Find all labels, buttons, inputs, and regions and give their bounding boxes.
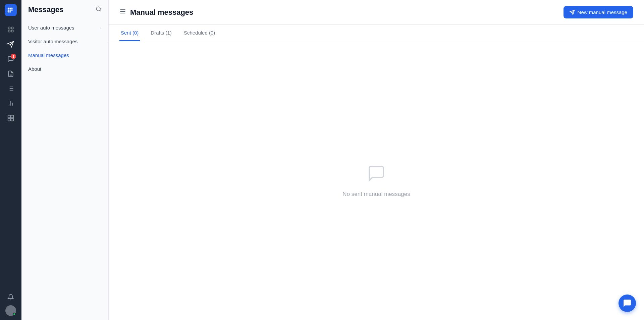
svg-rect-26 (11, 118, 14, 121)
svg-rect-10 (8, 30, 10, 32)
sidebar-item-user-auto-messages[interactable]: User auto messages › (21, 21, 108, 35)
tabs-bar: Sent (0) Drafts (1) Scheduled (0) (109, 25, 644, 41)
icon-rail: 1 (0, 0, 21, 320)
sidebar: Messages User auto messages › Visitor au… (21, 0, 109, 320)
chat-widget-button[interactable] (619, 295, 636, 312)
svg-rect-11 (11, 30, 13, 32)
inbox-nav-icon[interactable]: 1 (4, 52, 17, 66)
svg-rect-7 (9, 11, 11, 13)
main-header: Manual messages New manual message (109, 0, 644, 25)
search-icon[interactable] (96, 6, 102, 14)
svg-rect-6 (8, 11, 9, 13)
list-nav-icon[interactable] (4, 82, 17, 95)
empty-state-icon (367, 164, 386, 185)
app-logo[interactable] (5, 4, 17, 16)
svg-rect-3 (8, 9, 9, 11)
svg-point-27 (96, 7, 100, 11)
icon-rail-bottom (4, 290, 17, 316)
menu-icon[interactable] (119, 8, 126, 16)
page-title: Manual messages (130, 8, 193, 17)
sidebar-item-manual-messages[interactable]: Manual messages (21, 48, 108, 62)
main-content-area: Manual messages New manual message Sent … (109, 0, 644, 320)
svg-rect-4 (9, 9, 11, 11)
svg-rect-8 (8, 27, 10, 29)
sidebar-title: Messages (28, 5, 63, 14)
svg-rect-5 (11, 9, 13, 11)
svg-rect-1 (9, 8, 11, 9)
messages-nav-icon[interactable] (4, 38, 17, 51)
apps-nav-icon[interactable] (4, 111, 17, 125)
empty-state-text: No sent manual messages (342, 191, 410, 198)
sidebar-header: Messages (21, 5, 108, 21)
tab-drafts[interactable]: Drafts (1) (149, 25, 173, 41)
sidebar-navigation: User auto messages › Visitor auto messag… (21, 21, 108, 76)
sidebar-item-about[interactable]: About (21, 62, 108, 76)
svg-rect-23 (8, 115, 11, 118)
tab-sent[interactable]: Sent (0) (119, 25, 140, 41)
svg-rect-0 (8, 8, 9, 9)
notes-nav-icon[interactable] (4, 67, 17, 81)
sidebar-item-visitor-auto-messages[interactable]: Visitor auto messages (21, 35, 108, 48)
chevron-right-icon: › (100, 25, 102, 30)
contacts-nav-icon[interactable] (4, 23, 17, 36)
svg-rect-24 (11, 115, 14, 118)
reports-nav-icon[interactable] (4, 97, 17, 110)
svg-line-28 (100, 10, 101, 11)
tab-scheduled[interactable]: Scheduled (0) (182, 25, 216, 41)
svg-rect-9 (11, 27, 13, 29)
svg-rect-2 (11, 8, 13, 9)
notifications-nav-icon[interactable] (4, 290, 17, 304)
empty-state: No sent manual messages (109, 41, 644, 320)
main-header-left: Manual messages (119, 8, 193, 17)
svg-rect-25 (8, 118, 11, 121)
online-indicator (13, 313, 16, 316)
new-manual-message-button[interactable]: New manual message (564, 6, 633, 18)
user-avatar[interactable] (5, 305, 16, 316)
inbox-badge: 1 (11, 54, 16, 59)
